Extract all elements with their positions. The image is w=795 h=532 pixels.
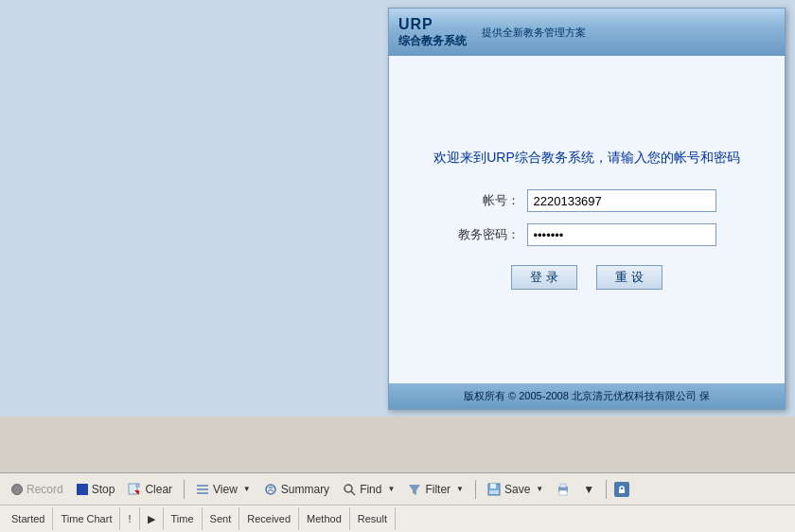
print-button[interactable] bbox=[551, 480, 575, 499]
exclaim-cell[interactable]: ! bbox=[120, 507, 139, 530]
started-label: Started bbox=[11, 513, 44, 524]
separator-2 bbox=[475, 480, 476, 499]
status-row: Started Time Chart ! ▶ Time Sent Receive… bbox=[0, 505, 795, 532]
method-col: Method bbox=[307, 513, 342, 524]
account-row: 帐号： bbox=[458, 189, 716, 212]
svg-rect-11 bbox=[490, 484, 496, 488]
find-dropdown-arrow: ▼ bbox=[387, 485, 395, 493]
svg-rect-3 bbox=[197, 485, 208, 487]
separator-1 bbox=[184, 480, 185, 499]
save-icon bbox=[487, 483, 501, 496]
save-dropdown-arrow: ▼ bbox=[536, 485, 543, 493]
svg-marker-9 bbox=[409, 485, 420, 495]
urp-content: 欢迎来到URP综合教务系统，请输入您的帐号和密码 帐号： 教务密码： 登 录 重… bbox=[389, 56, 785, 383]
filter-dropdown-arrow: ▼ bbox=[456, 485, 464, 493]
result-col: Result bbox=[358, 513, 387, 524]
time-col-cell: Time bbox=[164, 507, 203, 530]
save-button[interactable]: Save ▼ bbox=[482, 480, 549, 499]
more-button[interactable]: ▼ bbox=[577, 480, 600, 499]
urp-logo: URP 综合教务系统 bbox=[398, 16, 467, 49]
svg-rect-12 bbox=[489, 490, 499, 494]
svg-rect-5 bbox=[197, 492, 208, 494]
clear-label: Clear bbox=[145, 483, 172, 496]
account-input[interactable] bbox=[527, 189, 716, 212]
reset-button[interactable]: 重 设 bbox=[596, 265, 662, 290]
password-row: 教务密码： bbox=[458, 223, 716, 246]
view-button[interactable]: View ▼ bbox=[190, 480, 256, 499]
urp-logo-title: URP bbox=[398, 16, 433, 33]
stop-icon bbox=[77, 484, 88, 495]
summary-button[interactable]: Summary bbox=[258, 480, 335, 499]
sent-col-cell: Sent bbox=[203, 507, 240, 530]
sent-col: Sent bbox=[210, 513, 232, 524]
svg-rect-4 bbox=[197, 488, 208, 490]
record-label: Record bbox=[26, 483, 63, 496]
separator-3 bbox=[606, 480, 607, 499]
find-icon bbox=[343, 483, 356, 496]
svg-rect-2 bbox=[136, 484, 139, 487]
received-col: Received bbox=[247, 513, 291, 524]
save-label: Save bbox=[504, 483, 530, 496]
toolbar-row: Record Stop Clear View ▼ bbox=[0, 473, 795, 505]
stop-label: Stop bbox=[92, 483, 115, 496]
urp-welcome-text: 欢迎来到URP综合教务系统，请输入您的帐号和密码 bbox=[433, 150, 740, 167]
clear-button[interactable]: Clear bbox=[122, 480, 178, 499]
svg-line-8 bbox=[351, 491, 355, 495]
started-cell: Started bbox=[8, 507, 53, 530]
lock-icon bbox=[614, 482, 629, 497]
print-icon bbox=[556, 483, 570, 496]
svg-rect-16 bbox=[619, 489, 625, 493]
time-col: Time bbox=[171, 513, 194, 524]
find-button[interactable]: Find ▼ bbox=[337, 480, 400, 499]
filter-icon bbox=[408, 483, 421, 496]
urp-titlebar: URP 综合教务系统 提供全新教务管理方案 bbox=[389, 9, 785, 56]
method-col-cell: Method bbox=[299, 507, 350, 530]
find-label: Find bbox=[360, 483, 381, 496]
record-button[interactable]: Record bbox=[6, 480, 69, 499]
filter-label: Filter bbox=[425, 483, 450, 496]
exclaim-btn[interactable]: ! bbox=[128, 513, 131, 524]
play-btn[interactable]: ▶ bbox=[148, 513, 155, 525]
summary-label: Summary bbox=[281, 483, 329, 496]
received-col-cell: Received bbox=[239, 507, 299, 530]
form-buttons: 登 录 重 设 bbox=[458, 265, 716, 290]
password-input[interactable] bbox=[527, 223, 716, 246]
urp-form: 帐号： 教务密码： 登 录 重 设 bbox=[458, 189, 716, 290]
svg-rect-14 bbox=[560, 484, 566, 488]
time-chart-cell: Time Chart bbox=[53, 507, 120, 530]
view-dropdown-arrow: ▼ bbox=[243, 485, 251, 493]
svg-rect-15 bbox=[559, 490, 567, 495]
login-button[interactable]: 登 录 bbox=[511, 265, 577, 290]
svg-point-7 bbox=[344, 485, 352, 492]
bottom-toolbar: Record Stop Clear View ▼ bbox=[0, 472, 795, 532]
account-label: 帐号： bbox=[458, 192, 520, 209]
view-label: View bbox=[213, 483, 238, 496]
more-arrow: ▼ bbox=[583, 483, 594, 496]
urp-window: URP 综合教务系统 提供全新教务管理方案 欢迎来到URP综合教务系统，请输入您… bbox=[388, 8, 786, 410]
summary-icon bbox=[264, 483, 277, 496]
time-chart-label: Time Chart bbox=[61, 513, 112, 524]
urp-tagline: 提供全新教务管理方案 bbox=[482, 26, 586, 40]
password-label: 教务密码： bbox=[458, 226, 520, 243]
view-icon bbox=[196, 483, 209, 496]
result-col-cell: Result bbox=[350, 507, 396, 530]
record-icon bbox=[11, 484, 23, 495]
stop-button[interactable]: Stop bbox=[71, 480, 121, 499]
clear-icon bbox=[128, 483, 141, 496]
urp-footer: 版权所有 © 2005-2008 北京清元优权科技有限公司 保 bbox=[389, 383, 785, 409]
filter-button[interactable]: Filter ▼ bbox=[402, 480, 469, 499]
urp-logo-subtitle: 综合教务系统 bbox=[398, 33, 467, 49]
play-cell[interactable]: ▶ bbox=[140, 507, 164, 530]
